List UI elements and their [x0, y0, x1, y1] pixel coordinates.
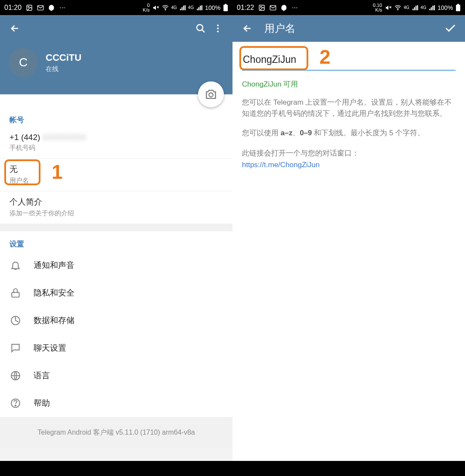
wifi-icon: [162, 4, 169, 11]
settings-help[interactable]: 帮助: [0, 389, 232, 417]
signal-icon-2: [429, 5, 435, 11]
bio-row[interactable]: 个人简介 添加一些关于你的介绍: [0, 191, 232, 224]
svg-point-10: [217, 25, 219, 26]
battery-icon: [223, 4, 228, 12]
status-time: 01:20: [4, 4, 22, 12]
menu-button[interactable]: [209, 20, 226, 37]
username-link[interactable]: https://t.me/ChongZiJun: [242, 161, 456, 169]
mail-icon: [37, 4, 44, 11]
signal-4g-1: 4G: [404, 5, 409, 10]
svg-rect-26: [457, 4, 459, 5]
battery-pct: 100%: [437, 4, 453, 11]
svg-point-11: [217, 28, 219, 29]
account-card: 帐号 +1 (442) XXXXXXXX 手机号码 无 用户名 1 个人简介 添…: [0, 94, 232, 224]
more-dots: ···: [292, 4, 298, 12]
settings-card: 设置 通知和声音 隐私和安全 数据和存储 聊天设置 语言: [0, 231, 232, 417]
settings-data[interactable]: 数据和存储: [0, 307, 232, 334]
svg-point-5: [165, 9, 165, 10]
status-bar: 01:22 ··· 0.10K/s 4G 4G 100%: [232, 0, 465, 15]
signal-icon: [180, 5, 186, 11]
profile-status: 在线: [46, 65, 81, 73]
svg-point-18: [15, 405, 16, 406]
svg-point-1: [28, 6, 29, 7]
settings-chat[interactable]: 聊天设置: [0, 334, 232, 362]
username-desc-1: 您可以在 Telegram 上设置一个用户名。设置后，别人将能够在不知道您的手机…: [242, 97, 456, 120]
more-dots: ···: [59, 4, 65, 12]
camera-button[interactable]: [198, 81, 224, 107]
settings-item-label: 隐私和安全: [34, 287, 74, 299]
mail-icon: [270, 4, 276, 11]
signal-icon-2: [196, 5, 202, 11]
nav-bar: [232, 461, 465, 476]
app-version: Telegram Android 客户端 v5.11.0 (1710) arm6…: [0, 417, 232, 448]
avatar[interactable]: C: [9, 48, 38, 77]
username-label: 用户名: [9, 177, 223, 185]
username-desc-2: 您可以使用 a–z、0–9 和下划线。最小长度为 5 个字符。: [242, 128, 456, 139]
svg-rect-25: [456, 5, 460, 11]
settings-notifications[interactable]: 通知和声音: [0, 252, 232, 279]
svg-point-24: [397, 9, 398, 10]
phone-row[interactable]: +1 (442) XXXXXXXX 手机号码: [0, 128, 232, 159]
svg-point-12: [217, 31, 219, 32]
svg-line-9: [202, 30, 205, 32]
left-screen: 01:20 ··· 0K/s 4G 4G 100%: [0, 0, 232, 476]
signal-4g-1: 4G: [171, 5, 177, 10]
confirm-button[interactable]: [442, 20, 459, 37]
appbar-left: [0, 15, 232, 42]
account-header: 帐号: [0, 107, 232, 128]
mute-icon: [152, 4, 159, 11]
network-speed: 0K/s: [143, 3, 150, 12]
signal-icon: [412, 5, 418, 11]
svg-rect-6: [223, 5, 228, 11]
settings-item-label: 数据和存储: [34, 315, 74, 326]
phone-label: 手机号码: [9, 144, 223, 152]
bio-hint: 添加一些关于你的介绍: [9, 209, 223, 218]
divider-gap: [0, 224, 232, 231]
username-link-label: 此链接会打开一个与您的对话窗口：: [242, 148, 456, 158]
globe-icon: [9, 370, 22, 382]
svg-point-8: [197, 25, 203, 31]
appbar-right: 用户名: [232, 15, 465, 42]
phone-value: +1 (442) XXXXXXXX: [9, 133, 223, 142]
svg-rect-7: [225, 4, 226, 5]
lock-icon: [9, 287, 22, 299]
status-time: 01:22: [237, 4, 254, 12]
settings-item-label: 帮助: [34, 398, 50, 409]
signal-4g-2: 4G: [188, 5, 194, 10]
back-button[interactable]: [239, 20, 256, 37]
username-input[interactable]: [242, 51, 456, 71]
bio-title: 个人简介: [9, 196, 223, 208]
username-row[interactable]: 无 用户名 1: [0, 159, 232, 191]
settings-header: 设置: [0, 231, 232, 252]
bell-icon: [9, 259, 22, 271]
hangouts-icon: [281, 4, 288, 11]
settings-privacy[interactable]: 隐私和安全: [0, 279, 232, 307]
search-button[interactable]: [192, 20, 209, 37]
image-icon: [258, 4, 265, 11]
signal-4g-2: 4G: [421, 5, 426, 10]
back-button[interactable]: [6, 20, 23, 37]
username-available: ChongZiJun 可用: [242, 79, 456, 89]
chat-icon: [9, 342, 22, 354]
username-form: 2 ChongZiJun 可用 您可以在 Telegram 上设置一个用户名。设…: [232, 42, 465, 461]
right-screen: 01:22 ··· 0.10K/s 4G 4G 100%: [232, 0, 465, 476]
username-value: 无: [9, 164, 223, 175]
battery-pct: 100%: [205, 4, 220, 11]
wifi-icon: [394, 4, 401, 11]
nav-bar: [0, 461, 232, 476]
settings-item-label: 通知和声音: [34, 260, 74, 271]
settings-item-label: 语言: [34, 370, 50, 381]
svg-rect-14: [12, 292, 19, 297]
svg-point-13: [209, 93, 213, 97]
profile-name: CCCiTU: [46, 52, 81, 63]
help-icon: [9, 397, 22, 409]
mute-icon: [385, 4, 392, 11]
page-title: 用户名: [264, 22, 442, 35]
data-icon: [9, 314, 22, 327]
image-icon: [26, 4, 33, 11]
hangouts-icon: [48, 4, 55, 11]
status-bar: 01:20 ··· 0K/s 4G 4G 100%: [0, 0, 232, 15]
profile-header: C CCCiTU 在线: [0, 42, 232, 94]
battery-icon: [456, 4, 461, 12]
settings-language[interactable]: 语言: [0, 362, 232, 389]
